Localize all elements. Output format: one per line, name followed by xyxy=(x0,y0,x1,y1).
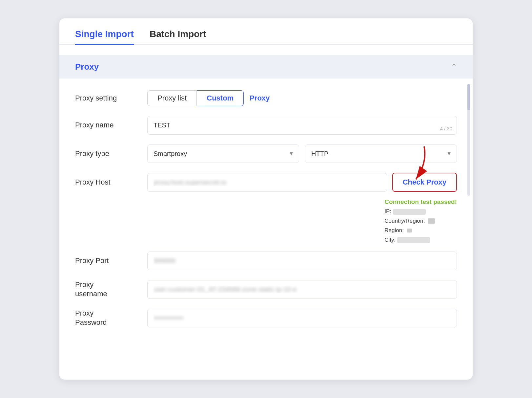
proxy-password-input[interactable] xyxy=(147,309,457,327)
proxy-name-input[interactable] xyxy=(147,116,457,135)
proxy-username-input[interactable] xyxy=(147,280,457,299)
proxy-protocol-select-wrap: HTTP HTTPS SOCKS5 ▼ xyxy=(305,144,457,163)
proxy-name-char-count: 4 / 30 xyxy=(440,126,452,131)
ip-value xyxy=(393,209,426,215)
proxy-setting-tabs: Proxy list Custom Proxy xyxy=(147,90,270,106)
proxy-type-select[interactable]: Smartproxy Option2 xyxy=(147,144,299,163)
chevron-up-icon[interactable]: ⌃ xyxy=(451,63,457,71)
region-label: Region: xyxy=(384,227,404,233)
connection-details: IP: Country/Region: Region: City: xyxy=(384,207,457,245)
proxy-link[interactable]: Proxy xyxy=(250,94,270,102)
proxy-username-wrap xyxy=(147,280,457,299)
form-body: Proxy setting Proxy list Custom Proxy Pr… xyxy=(59,78,473,349)
main-card: Single Import Batch Import Proxy ⌃ Proxy… xyxy=(59,18,473,380)
city-value xyxy=(397,237,430,243)
proxy-port-label: Proxy Port xyxy=(75,256,141,266)
scrollbar-thumb[interactable] xyxy=(467,84,470,110)
connection-result: Connection test passed! IP: Country/Regi… xyxy=(384,198,457,245)
check-proxy-button[interactable]: Check Proxy xyxy=(393,173,456,191)
proxy-username-row: Proxy username xyxy=(75,280,457,299)
proxy-host-row: Proxy Host Check Proxy xyxy=(75,173,457,192)
proxy-name-wrap: 4 / 30 xyxy=(147,116,457,135)
scrollbar[interactable] xyxy=(467,84,470,196)
proxy-password-row: Proxy Password xyxy=(75,309,457,327)
tab-single-import[interactable]: Single Import xyxy=(75,29,134,44)
proxy-type-row: Proxy type Smartproxy Option2 ▼ HTTP HTT… xyxy=(75,144,457,163)
proxy-host-input[interactable] xyxy=(147,173,387,192)
proxy-name-row: Proxy name 4 / 30 xyxy=(75,116,457,135)
proxy-setting-row: Proxy setting Proxy list Custom Proxy xyxy=(75,90,457,106)
country-label: Country/Region: xyxy=(384,218,425,224)
proxy-host-wrap: Check Proxy xyxy=(147,173,457,192)
proxy-host-label: Proxy Host xyxy=(75,178,141,187)
country-flag-icon xyxy=(428,218,435,224)
proxy-type-label: Proxy type xyxy=(75,149,141,159)
tab-batch-import[interactable]: Batch Import xyxy=(150,29,206,44)
custom-tab[interactable]: Custom xyxy=(197,90,244,106)
proxy-name-label: Proxy name xyxy=(75,121,141,130)
proxy-password-label: Proxy Password xyxy=(75,309,141,327)
proxy-section-header: Proxy ⌃ xyxy=(59,55,473,78)
check-proxy-btn-box: Check Proxy xyxy=(392,173,457,192)
proxy-port-wrap xyxy=(147,252,457,270)
proxy-type-select-wrap: Smartproxy Option2 ▼ xyxy=(147,144,299,163)
proxy-port-input[interactable] xyxy=(147,252,457,270)
proxy-protocol-select[interactable]: HTTP HTTPS SOCKS5 xyxy=(305,144,457,163)
proxy-username-label: Proxy username xyxy=(75,280,141,299)
proxy-setting-label: Proxy setting xyxy=(75,94,141,103)
connection-result-row: Connection test passed! IP: Country/Regi… xyxy=(75,198,457,245)
city-label: City: xyxy=(384,237,396,243)
proxy-type-selects: Smartproxy Option2 ▼ HTTP HTTPS SOCKS5 ▼ xyxy=(147,144,457,163)
proxy-password-wrap xyxy=(147,309,457,327)
connection-passed-text: Connection test passed! xyxy=(384,198,457,206)
proxy-list-tab[interactable]: Proxy list xyxy=(147,90,197,106)
section-title: Proxy xyxy=(75,62,99,72)
tab-bar: Single Import Batch Import xyxy=(59,18,473,45)
region-flag-icon xyxy=(407,229,412,232)
proxy-port-row: Proxy Port xyxy=(75,252,457,270)
ip-label: IP: xyxy=(384,208,391,214)
